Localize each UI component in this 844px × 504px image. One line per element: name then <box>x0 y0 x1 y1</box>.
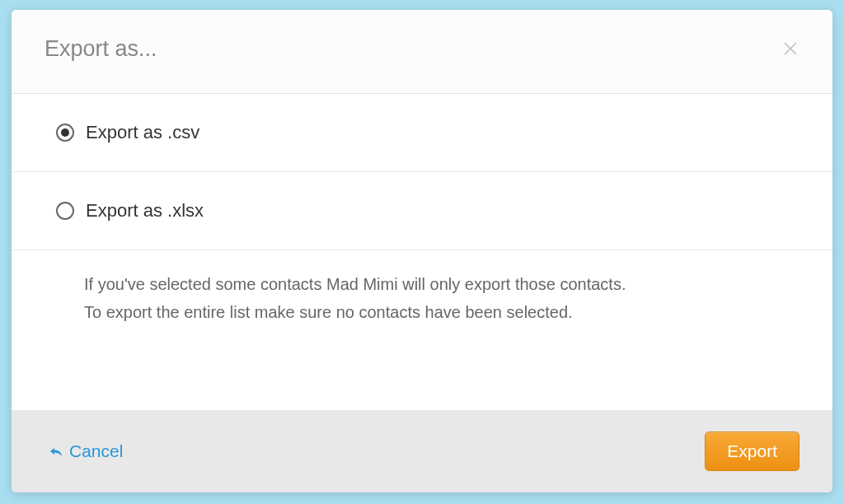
cancel-label: Cancel <box>69 441 123 461</box>
modal-header: Export as... <box>12 10 832 94</box>
cancel-button[interactable]: Cancel <box>49 441 123 461</box>
close-icon <box>783 41 798 56</box>
radio-csv[interactable] <box>56 124 74 142</box>
radio-dot-icon <box>61 128 69 137</box>
close-button[interactable] <box>783 41 799 58</box>
option-xlsx[interactable]: Export as .xlsx <box>12 172 832 250</box>
info-text-line2: To export the entire list make sure no c… <box>84 298 799 326</box>
option-csv[interactable]: Export as .csv <box>12 94 832 172</box>
info-block: If you've selected some contacts Mad Mim… <box>12 250 832 357</box>
export-modal: Export as... Export as .csv Export as .x… <box>12 10 832 492</box>
info-text-line1: If you've selected some contacts Mad Mim… <box>84 270 799 298</box>
radio-xlsx[interactable] <box>56 202 74 220</box>
reply-arrow-icon <box>49 446 63 457</box>
option-csv-label: Export as .csv <box>86 122 199 143</box>
modal-footer: Cancel Export <box>12 410 832 492</box>
export-button[interactable]: Export <box>705 432 799 471</box>
modal-title: Export as... <box>45 36 157 62</box>
option-xlsx-label: Export as .xlsx <box>86 200 204 222</box>
